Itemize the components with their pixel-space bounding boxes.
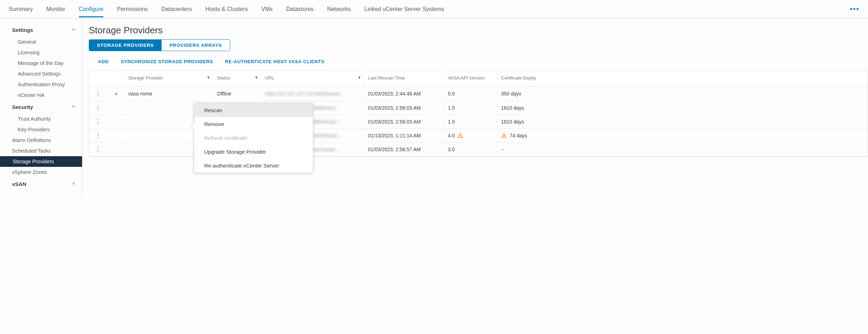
cell-rescan: 01/03/2023, 2:56:03 AM (364, 101, 444, 115)
cell-status: Offline (213, 87, 261, 100)
col-url[interactable]: URL (261, 70, 364, 86)
sidebar-item-alarm-definitions[interactable]: Alarm Definitions (0, 135, 82, 146)
inner-tab-providers-arrays[interactable]: PROVIDERS ARRAYS (162, 40, 230, 51)
tab-permissions[interactable]: Permissions (117, 1, 148, 17)
cell-expiry: 1810 days (498, 115, 868, 128)
sidebar-item-storage-providers[interactable]: Storage Providers (0, 156, 82, 167)
tab-monitor[interactable]: Monitor (46, 1, 65, 17)
providers-table: Storage Provider Status URL Last Rescan … (89, 70, 868, 157)
cell-api: 1.5 (444, 101, 498, 115)
cell-rescan: 01/03/2023, 2:56:57 AM (364, 143, 444, 156)
chevron-down-icon (71, 104, 76, 110)
top-tab-bar: Summary Monitor Configure Permissions Da… (0, 0, 868, 18)
sidebar-item-key-providers[interactable]: Key Providers (0, 124, 82, 135)
cell-expiry: 74 days (498, 129, 868, 142)
sidebar-item-auth-proxy[interactable]: Authentication Proxy (0, 79, 82, 90)
tab-datacenters[interactable]: Datacenters (161, 1, 192, 17)
sidebar-item-trust-authority[interactable]: Trust Authority (0, 114, 82, 124)
row-expand-icon[interactable] (107, 146, 125, 153)
ctx-upgrade-provider[interactable]: Upgrade Storage Provider (194, 145, 313, 159)
sidebar-item-advanced[interactable]: Advanced Settings (0, 69, 82, 79)
main-content: Storage Providers STORAGE PROVIDERS PROV… (82, 18, 868, 198)
sidebar-item-general[interactable]: General (0, 37, 82, 47)
col-vasa-api[interactable]: VASA API Version (444, 70, 498, 86)
col-expand (107, 73, 125, 83)
action-bar: ADD SYNCHRONIZE STORAGE PROVIDERS RE-AUT… (89, 58, 868, 70)
filter-icon[interactable] (358, 75, 361, 81)
sidebar-item-vsphere-zones[interactable]: vSphere Zones (0, 167, 82, 177)
tab-networks[interactable]: Networks (327, 1, 351, 17)
col-storage-provider[interactable]: Storage Provider (125, 70, 213, 86)
col-label: Storage Provider (128, 75, 163, 81)
col-label: Certificate Expiry (501, 75, 536, 81)
row-menu-icon[interactable]: ⋮ (89, 103, 107, 113)
filter-icon[interactable] (255, 75, 258, 81)
action-reauth-host-vasa[interactable]: RE-AUTHENTICATE HOST VASA CLIENTS (225, 59, 325, 64)
svg-point-3 (504, 137, 504, 137)
sidebar-item-scheduled-tasks[interactable]: Scheduled Tasks (0, 146, 82, 156)
page-title: Storage Providers (89, 25, 868, 36)
tab-configure[interactable]: Configure (79, 1, 103, 17)
cell-expiry: 1810 days (498, 101, 868, 115)
cell-api: 3.0 (444, 143, 498, 156)
more-tabs-icon[interactable]: ••• (850, 5, 859, 13)
warning-icon (501, 133, 507, 138)
row-menu-icon[interactable]: ⋮ (89, 130, 107, 141)
chevron-down-icon (71, 27, 76, 33)
row-menu-icon[interactable]: ⋮ (89, 144, 107, 154)
tab-datastores[interactable]: Datastores (286, 1, 314, 17)
cell-url: https://10.187.127.110:8443/vasa/... (261, 87, 364, 100)
cell-api: 1.5 (444, 115, 498, 128)
sidebar-item-vcenter-ha[interactable]: vCenter HA (0, 90, 82, 100)
tab-summary[interactable]: Summary (9, 1, 33, 17)
cell-rescan: 01/03/2023, 2:56:03 AM (364, 115, 444, 128)
cell-api: 5.0 (444, 87, 498, 100)
sidebar-group-label: vSAN (12, 181, 26, 187)
sidebar-group-label: Settings (12, 27, 33, 33)
cell-rescan: 01/13/2023, 1:11:14 AM (364, 129, 444, 142)
ctx-rescan[interactable]: Rescan (194, 103, 313, 117)
col-label: URL (265, 75, 274, 81)
row-expand-icon[interactable] (107, 104, 125, 112)
tab-vms[interactable]: VMs (261, 1, 273, 17)
sidebar-group-security[interactable]: Security (0, 100, 82, 114)
col-cert-expiry[interactable]: Certificate Expiry (498, 70, 868, 86)
sidebar-group-label: Security (12, 104, 33, 110)
filter-icon[interactable] (207, 75, 210, 81)
sidebar-item-licensing[interactable]: Licensing (0, 47, 82, 58)
tab-hosts-clusters[interactable]: Hosts & Clusters (206, 1, 248, 17)
sidebar-group-vsan[interactable]: vSAN (0, 177, 82, 191)
ctx-reauth-vcenter[interactable]: Re-authenticate vCenter Server (194, 159, 313, 173)
cell-api: 4.0 (444, 129, 498, 142)
cell-rescan: 01/03/2023, 2:44:49 AM (364, 87, 444, 100)
col-label: VASA API Version (448, 75, 485, 81)
col-label: Last Rescan Time (368, 75, 405, 81)
row-expand-icon[interactable]: ›› (107, 87, 125, 101)
action-synchronize[interactable]: SYNCHRONIZE STORAGE PROVIDERS (121, 59, 213, 64)
table-header-row: Storage Provider Status URL Last Rescan … (89, 70, 868, 87)
row-expand-icon[interactable] (107, 118, 125, 126)
warning-icon (457, 133, 463, 138)
row-menu-icon[interactable]: ⋮ (89, 88, 107, 99)
col-label: Status (217, 75, 230, 81)
ctx-refresh-cert: Refresh certificate (194, 131, 313, 145)
sidebar: Settings General Licensing Message of th… (0, 18, 82, 198)
col-status[interactable]: Status (213, 70, 261, 86)
col-last-rescan[interactable]: Last Rescan Time (364, 70, 444, 86)
chevron-right-icon (71, 181, 76, 187)
ctx-remove[interactable]: Remove (194, 117, 313, 131)
row-menu-icon[interactable]: ⋮ (89, 116, 107, 127)
action-add[interactable]: ADD (98, 59, 109, 64)
inner-tab-bar: STORAGE PROVIDERS PROVIDERS ARRAYS (89, 39, 230, 51)
inner-tab-storage-providers[interactable]: STORAGE PROVIDERS (89, 40, 162, 51)
cell-expiry: 350 days (498, 87, 868, 100)
row-expand-icon[interactable] (107, 132, 125, 139)
cell-expiry: -- (498, 143, 868, 156)
table-row[interactable]: ⋮››vasa nvmeOfflinehttps://10.187.127.11… (89, 87, 868, 101)
sidebar-item-motd[interactable]: Message of the Day (0, 58, 82, 69)
row-context-menu: Rescan Remove Refresh certificate Upgrad… (194, 103, 313, 173)
tab-linked-vcenter[interactable]: Linked vCenter Server Systems (364, 1, 444, 17)
svg-point-1 (460, 137, 461, 137)
sidebar-group-settings[interactable]: Settings (0, 23, 82, 37)
col-menu (89, 73, 107, 83)
